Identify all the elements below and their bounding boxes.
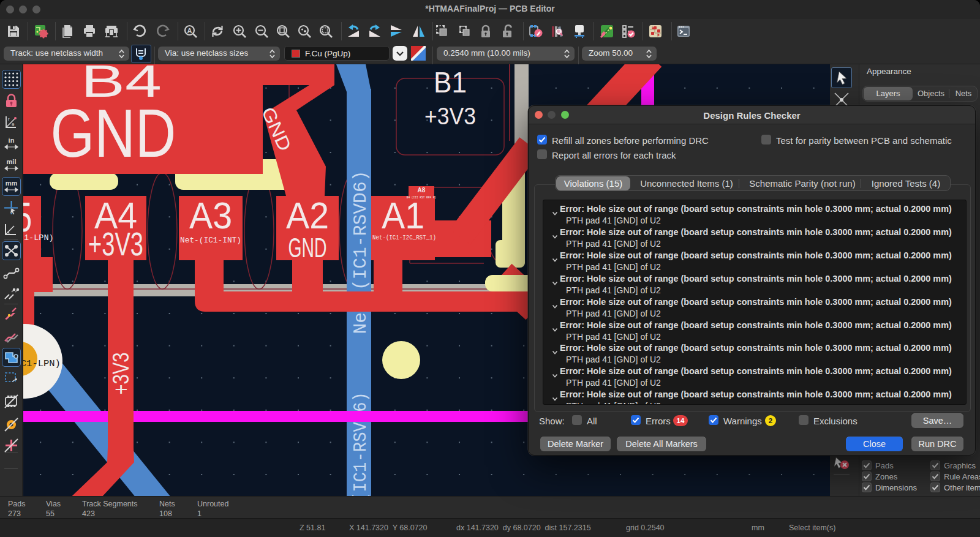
svg-text:A1: A1 [382,195,424,236]
svg-text:θ: θ [12,122,15,127]
svg-text:Net-(IC1-INT): Net-(IC1-INT) [180,236,241,245]
svg-text:B4 (III RST RFF R): B4 (III RST RFF R) [407,196,437,199]
svg-text:1-LPN): 1-LPN) [24,233,54,242]
svg-text:B1: B1 [434,66,467,99]
svg-text:+3V3: +3V3 [424,103,476,129]
svg-text:r: r [8,116,10,122]
svg-text:mil: mil [7,158,17,165]
svg-text:A8: A8 [418,187,426,193]
svg-text:GND: GND [288,232,327,263]
svg-text:Net-(IC1-LPN): Net-(IC1-LPN) [23,358,61,369]
svg-text:mm: mm [6,179,18,187]
svg-text:+3V3: +3V3 [88,225,143,262]
svg-text:GND: GND [51,96,176,171]
svg-text:+3V3: +3V3 [108,353,134,395]
svg-text:A2: A2 [286,195,329,236]
svg-text:A: A [187,27,192,34]
svg-text:in: in [9,137,15,144]
svg-text:(IC1-RSVD6): (IC1-RSVD6) [350,392,371,496]
svg-text:Net-(IC1-I2C_RST_1): Net-(IC1-I2C_RST_1) [372,235,436,241]
svg-text:A3: A3 [189,195,232,236]
